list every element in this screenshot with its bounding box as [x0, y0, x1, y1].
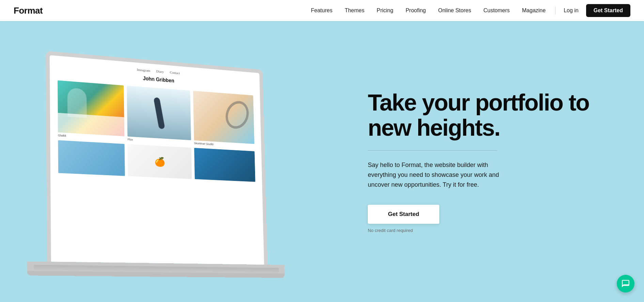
nav-link-customers[interactable]: Customers: [477, 5, 516, 16]
login-link[interactable]: Log in: [559, 5, 583, 16]
chat-icon: [621, 279, 630, 288]
portfolio-nav-diary: Diary: [156, 69, 164, 74]
nav-links: Features Themes Pricing Proofing Online …: [305, 4, 630, 17]
hero-laptop-area: Instagram Diary Contact John Gribben Gla…: [0, 21, 354, 302]
nav-get-started-button[interactable]: Get Started: [586, 4, 630, 17]
logo[interactable]: Format: [14, 5, 43, 16]
laptop-screen-inner: Instagram Diary Contact John Gribben Gla…: [50, 55, 264, 265]
nav-link-pricing[interactable]: Pricing: [371, 5, 399, 16]
portfolio-image-flux: [127, 86, 191, 140]
portfolio-image-bottom-left: [58, 140, 125, 176]
nav-link-online-stores[interactable]: Online Stores: [432, 5, 477, 16]
hero-content: Take your portfolio to new heights. Say …: [354, 21, 644, 302]
portfolio-image-bottom-right: [194, 148, 255, 182]
portfolio-image-skommer: [193, 91, 254, 144]
portfolio-image-bottom-center: 🍊: [128, 144, 192, 179]
portfolio-site: Instagram Diary Contact John Gribben Gla…: [50, 55, 262, 187]
portfolio-item-bottom-center: 🍊: [128, 144, 192, 179]
portfolio-grid: Glaikit Flux Skommer Studio: [58, 80, 255, 182]
portfolio-item-flux: Flux: [127, 86, 191, 145]
laptop-screen-outer: Instagram Diary Contact John Gribben Gla…: [46, 51, 267, 265]
hero-headline: Take your portfolio to new heights.: [368, 90, 617, 140]
navbar: Format Features Themes Pricing Proofing …: [0, 0, 644, 21]
nav-link-proofing[interactable]: Proofing: [399, 5, 432, 16]
portfolio-item-bottom-right: [194, 148, 255, 182]
chat-button[interactable]: [617, 275, 634, 292]
portfolio-nav-instagram: Instagram: [137, 68, 150, 72]
hero-section: Instagram Diary Contact John Gribben Gla…: [0, 21, 644, 302]
portfolio-item-glaikit: Glaikit: [58, 80, 125, 141]
hero-get-started-button[interactable]: Get Started: [368, 205, 439, 224]
nav-link-features[interactable]: Features: [305, 5, 339, 16]
nav-link-magazine[interactable]: Magazine: [516, 5, 552, 16]
hero-subtext: Say hello to Format, the website builder…: [368, 160, 511, 189]
laptop-mockup: Instagram Diary Contact John Gribben Gla…: [26, 49, 268, 302]
portfolio-image-glaikit: [58, 80, 124, 136]
hero-no-cc-text: No credit card required: [368, 228, 617, 233]
hero-divider: [368, 150, 497, 151]
nav-divider: [555, 7, 555, 14]
portfolio-item-bottom-left: [58, 140, 125, 176]
portfolio-nav-contact: Contact: [170, 70, 180, 75]
nav-link-themes[interactable]: Themes: [339, 5, 371, 16]
portfolio-item-skommer: Skommer Studio: [193, 91, 255, 148]
